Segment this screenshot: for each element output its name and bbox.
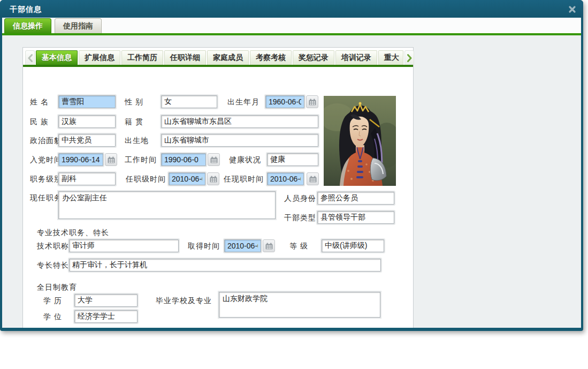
- tab-inspection-assessment[interactable]: 考察考核: [250, 50, 292, 65]
- calendar-icon: [210, 176, 217, 183]
- tab-extended-info[interactable]: 扩展信息: [79, 50, 120, 65]
- tech-title-label: 技术职称: [37, 242, 69, 251]
- ethnicity-label: 民 族: [30, 117, 49, 127]
- work-start-date-label: 工作时间: [125, 155, 157, 165]
- ft-school-textarea[interactable]: 山东财政学院: [219, 292, 380, 318]
- native-place-label: 籍 贯: [125, 117, 143, 127]
- ft-academic-label: 学 位: [43, 312, 62, 322]
- calendar-icon: [210, 156, 218, 163]
- dialog-body: 信息操作 使用指南 基本信息 扩展信息 工作简历 任职详细 家庭成员 考察考核 …: [2, 18, 581, 328]
- birth-date-label: 出生年月: [227, 97, 259, 107]
- rank-date-picker-button[interactable]: [207, 172, 219, 185]
- calendar-icon: [309, 176, 317, 183]
- current-position-label: 现任职务: [30, 193, 62, 203]
- gender-input[interactable]: [161, 95, 217, 108]
- native-place-input[interactable]: [161, 115, 318, 128]
- party-join-date-input[interactable]: [58, 153, 103, 166]
- obtain-date-input[interactable]: [224, 239, 261, 252]
- birth-place-label: 出生地: [125, 136, 149, 146]
- birth-date-picker-button[interactable]: [306, 95, 318, 108]
- work-start-date-input[interactable]: [161, 153, 206, 166]
- party-join-date-label: 入党时间: [30, 155, 62, 165]
- close-button[interactable]: [568, 5, 576, 13]
- dialog-title: 干部信息: [10, 5, 42, 14]
- chevron-right-icon: [407, 54, 412, 62]
- section-tech-title: 专业技术职务、特长: [37, 228, 109, 238]
- rank-date-input[interactable]: [169, 172, 205, 185]
- name-label: 姓 名: [30, 97, 49, 107]
- calendar-icon: [309, 99, 316, 106]
- person-identity-label: 人员身份: [284, 194, 316, 204]
- current-post-date-input[interactable]: [267, 172, 304, 185]
- name-input[interactable]: [58, 95, 116, 108]
- tab-reward-punishment[interactable]: 奖惩记录: [293, 50, 334, 65]
- tab-basic-info[interactable]: 基本信息: [36, 50, 78, 65]
- gender-label: 性 别: [125, 97, 143, 107]
- inner-tab-strip: 基本信息 扩展信息 工作简历 任职详细 家庭成员 考察考核 奖惩记录 培训记录 …: [23, 48, 413, 65]
- cadre-type-label: 干部类型: [284, 213, 316, 223]
- current-post-date-label: 任现职时间: [224, 175, 264, 184]
- party-join-date-picker-button[interactable]: [105, 153, 117, 166]
- tab-post-detail[interactable]: 任职详细: [164, 50, 206, 65]
- close-icon: [568, 5, 576, 13]
- ft-degree-input[interactable]: [74, 294, 138, 307]
- tab-scroll-left-button[interactable]: [25, 50, 35, 65]
- health-input[interactable]: [267, 153, 318, 166]
- tab-user-guide[interactable]: 使用指南: [55, 18, 102, 33]
- tab-scroll-right-button[interactable]: [404, 50, 414, 65]
- inner-tab-underline: [23, 65, 413, 67]
- outer-tab-strip: 信息操作 使用指南: [2, 18, 581, 33]
- basic-info-panel: 基本信息 扩展信息 工作简历 任职详细 家庭成员 考察考核 奖惩记录 培训记录 …: [22, 47, 414, 328]
- ft-degree-label: 学 历: [43, 296, 62, 306]
- cadre-info-dialog: 干部信息 信息操作 使用指南 基本信息 扩展信息 工作简历 任职详细 家庭成员: [0, 0, 583, 331]
- ft-school-label: 毕业学校及专业: [156, 296, 212, 306]
- chevron-left-icon: [28, 54, 33, 62]
- person-identity-input[interactable]: [317, 192, 394, 205]
- rank-date-label: 任职级时间: [126, 175, 166, 184]
- ft-academic-input[interactable]: [74, 310, 138, 323]
- tab-info-operation[interactable]: 信息操作: [4, 18, 51, 33]
- tab-major-matters[interactable]: 重大: [378, 50, 403, 65]
- calendar-icon: [108, 156, 115, 163]
- tech-title-input[interactable]: [69, 239, 179, 252]
- specialty-label: 专长特长: [37, 261, 69, 270]
- work-start-date-picker-button[interactable]: [208, 153, 220, 166]
- political-status-label: 政治面貌: [30, 136, 62, 146]
- birth-date-input[interactable]: [265, 95, 304, 108]
- portrait-photo: [324, 96, 396, 186]
- dialog-titlebar: 干部信息: [0, 0, 583, 18]
- current-post-date-picker-button[interactable]: [307, 172, 319, 185]
- obtain-date-label: 取得时间: [188, 242, 220, 251]
- obtain-date-picker-button[interactable]: [263, 239, 275, 252]
- ethnicity-input[interactable]: [58, 115, 116, 128]
- content-area: 基本信息 扩展信息 工作简历 任职详细 家庭成员 考察考核 奖惩记录 培训记录 …: [2, 35, 581, 328]
- tab-training-record[interactable]: 培训记录: [335, 50, 377, 65]
- grade-label: 等 级: [289, 242, 308, 251]
- birth-place-input[interactable]: [161, 134, 318, 147]
- political-status-input[interactable]: [58, 134, 116, 147]
- calendar-icon: [265, 243, 273, 250]
- specialty-input[interactable]: [69, 259, 381, 272]
- grade-input[interactable]: [322, 239, 384, 252]
- current-position-textarea[interactable]: 办公室副主任: [58, 191, 276, 219]
- cadre-type-input[interactable]: [317, 211, 394, 224]
- rank-level-label: 职务级别: [30, 175, 62, 184]
- section-fulltime-title: 全日制教育: [37, 283, 77, 292]
- tab-family-members[interactable]: 家庭成员: [207, 50, 249, 65]
- tab-work-history[interactable]: 工作简历: [121, 50, 163, 65]
- health-label: 健康状况: [229, 155, 261, 165]
- rank-level-input[interactable]: [58, 172, 116, 185]
